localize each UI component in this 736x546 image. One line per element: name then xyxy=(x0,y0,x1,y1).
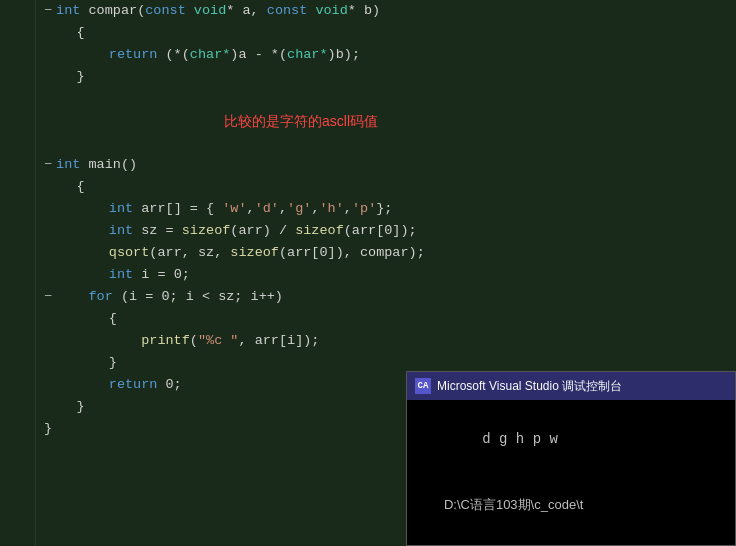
code-line-3: return (*( char* )a - *( char* )b); xyxy=(44,44,736,66)
code-line-2: { xyxy=(44,22,736,44)
terminal-app-icon: CA xyxy=(415,378,431,394)
code-line-11: int sz = sizeof (arr) / sizeof (arr[0]); xyxy=(44,220,736,242)
terminal-output-1: d g h p w xyxy=(415,406,727,472)
collapse-icon-1[interactable]: − xyxy=(44,0,52,22)
terminal-popup: CA Microsoft Visual Studio 调试控制台 d g h p… xyxy=(406,371,736,546)
terminal-output-3: 按任意键关闭此窗口. . xyxy=(415,538,727,546)
code-line-12: qsort (arr, sz, sizeof (arr[0]), compar)… xyxy=(44,242,736,264)
code-line-14: − for (i = 0; i < sz; i++) xyxy=(44,286,736,308)
code-line-8: − int main() xyxy=(44,154,736,176)
terminal-titlebar: CA Microsoft Visual Studio 调试控制台 xyxy=(407,372,735,400)
code-line-15: { xyxy=(44,308,736,330)
line-gutter xyxy=(0,0,36,546)
code-line-13: int i = 0; xyxy=(44,264,736,286)
collapse-icon-3[interactable]: − xyxy=(44,286,52,308)
code-line-1: − int compar( const void * a, const void… xyxy=(44,0,736,22)
code-line-9: { xyxy=(44,176,736,198)
code-line-5 xyxy=(44,88,736,110)
code-line-16: printf ( "%c " , arr[i]); xyxy=(44,330,736,352)
code-line-10: int arr[] = { 'w' , 'd' , 'g' , 'h' , 'p… xyxy=(44,198,736,220)
code-line-4: } xyxy=(44,66,736,88)
code-line-7 xyxy=(44,132,736,154)
collapse-icon-2[interactable]: − xyxy=(44,154,52,176)
terminal-body: d g h p w D:\C语言103期\c_code\t 按任意键关闭此窗口.… xyxy=(407,400,735,546)
terminal-output-2: D:\C语言103期\c_code\t xyxy=(415,472,727,538)
terminal-title: Microsoft Visual Studio 调试控制台 xyxy=(437,378,622,395)
editor-area: − int compar( const void * a, const void… xyxy=(0,0,736,546)
code-line-6: 比较的是字符的ascll码值 xyxy=(44,110,736,132)
